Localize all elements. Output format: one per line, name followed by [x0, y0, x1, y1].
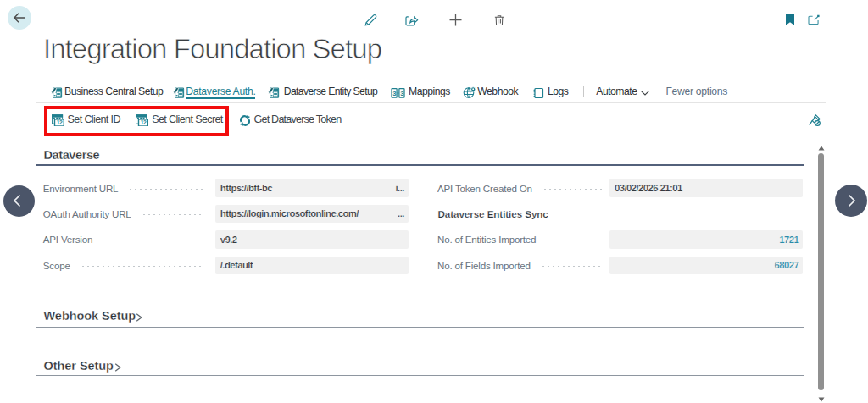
svg-text:3: 3 — [400, 90, 403, 97]
svg-text:3: 3 — [392, 90, 396, 97]
